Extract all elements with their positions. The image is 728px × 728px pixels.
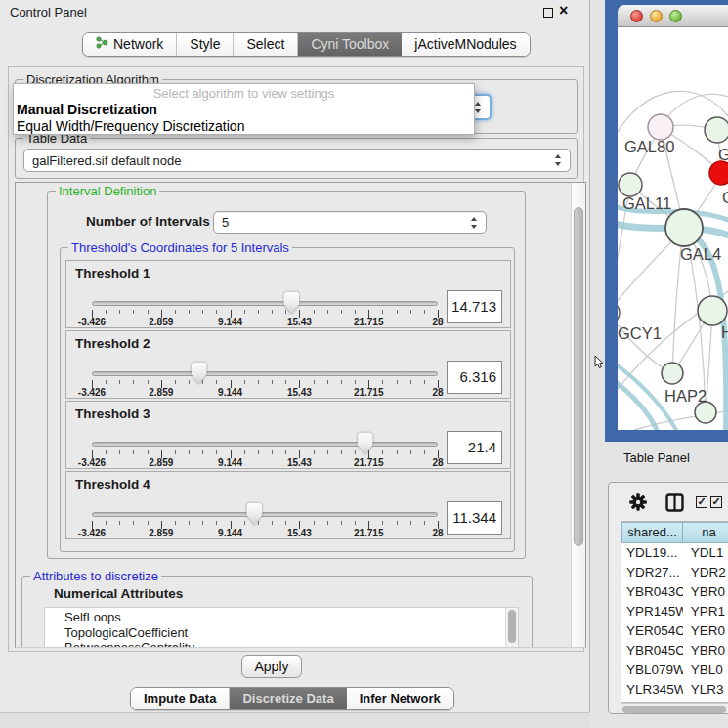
svg-text:GA: GA (718, 146, 728, 163)
attributes-list-scrollbar[interactable] (505, 608, 518, 648)
threshold-1-slider-thumb[interactable] (283, 291, 300, 314)
threshold-2-slider-thumb[interactable] (191, 362, 207, 384)
svg-text:C: C (722, 189, 728, 206)
apply-button[interactable]: Apply (241, 655, 302, 678)
mouse-cursor (594, 356, 605, 369)
tab-jactivemnodules[interactable]: jActiveMNodules (402, 33, 529, 56)
dropdown-prompt: Select algorithm to view settings (14, 85, 474, 102)
table-row[interactable]: YDR27...YDR2 (621, 563, 728, 582)
svg-text:HAP2: HAP2 (664, 387, 707, 405)
table-panel-title: Table Panel (623, 450, 690, 465)
table-row[interactable]: YBL079WYBL0 (621, 661, 728, 680)
numerical-attributes-list[interactable]: SelfLoopsTopologicalCoefficientBetweenne… (44, 607, 519, 648)
table-row[interactable]: YLR345WYLR3 (621, 680, 728, 700)
cyni-mode-tab-bar: Impute Data Discretize Data Infer Networ… (130, 687, 454, 710)
close-icon[interactable]: × (559, 2, 568, 20)
table-row[interactable]: YPR145WYPR1 (621, 602, 728, 621)
network-icon (96, 33, 108, 56)
threshold-1-label: Threshold 1 (75, 266, 150, 280)
network-canvas[interactable]: GAL80 GA C GAL11 GAL4 GCY1 H HAP2 (618, 27, 728, 430)
tab-style[interactable]: Style (177, 33, 234, 56)
svg-text:H: H (721, 323, 728, 341)
svg-text:GCY1: GCY1 (618, 324, 662, 342)
dropdown-option-manual[interactable]: Manual Discretization (14, 102, 474, 118)
table-header-row: shared... na (621, 522, 728, 543)
threshold-4-label: Threshold 4 (75, 477, 150, 492)
node-cut-right-mid[interactable] (698, 296, 727, 325)
node-hap2[interactable] (662, 363, 683, 384)
threshold-2-slider-track[interactable] (92, 371, 438, 376)
tab-cyni-toolbox[interactable]: Cyni Toolbox (298, 33, 402, 56)
dropdown-option-equal-width[interactable]: Equal Width/Frequency Discretization (14, 118, 474, 135)
threshold-3-slider-thumb[interactable] (357, 432, 373, 454)
threshold-2-label: Threshold 2 (75, 336, 150, 351)
threshold-coordinates-label: Threshold's Coordinates for 5 Intervals (68, 240, 292, 255)
table-row[interactable]: YDL19...YDL1 (621, 543, 728, 563)
tab-infer-network[interactable]: Infer Network (347, 688, 453, 709)
close-traffic-light[interactable] (630, 10, 643, 22)
table-horizontal-scrollbar[interactable] (621, 703, 728, 713)
node-gal4[interactable] (665, 209, 703, 246)
table-row[interactable]: YBR043CYBR0 (621, 582, 728, 602)
attributes-group: Attributes to discretize Numerical Attri… (21, 576, 533, 648)
threshold-2-panel: Threshold 2 -3.4262.8599.14415.4321.7152… (65, 330, 511, 399)
tab-select[interactable]: Select (234, 33, 298, 56)
table-row[interactable]: YBR045CYBR0 (621, 641, 728, 661)
select-all-checkbox-icon[interactable]: ✓ (696, 496, 707, 508)
status-strip (0, 712, 590, 728)
svg-text:GAL11: GAL11 (622, 194, 671, 212)
control-panel-window: Control Panel × Network Style Select (0, 0, 590, 728)
network-view-window: GAL80 GA C GAL11 GAL4 GCY1 H HAP2 (605, 0, 728, 442)
threshold-4-value-field[interactable]: 11.344 (447, 501, 502, 535)
threshold-coordinates-group: Threshold's Coordinates for 5 Intervals … (60, 247, 515, 552)
gear-icon[interactable] (629, 493, 647, 515)
number-of-intervals-select[interactable]: 5 (213, 211, 487, 234)
threshold-4-slider-thumb[interactable] (246, 502, 263, 525)
threshold-4-slider-track[interactable] (92, 512, 438, 517)
tab-network[interactable]: Network (83, 33, 177, 56)
threshold-3-value-field[interactable]: 21.4 (447, 431, 502, 464)
number-of-intervals-value: 5 (222, 215, 229, 230)
threshold-2-value-field[interactable]: 6.316 (447, 361, 502, 394)
node-gcy1[interactable] (618, 301, 620, 324)
table-data-group: Table Data galFiltered.sif default node (15, 138, 578, 179)
node-red-selected[interactable] (709, 161, 728, 185)
table-panel: ✓ ✓ shared... na YDL19...YDL1YDR27...YDR… (608, 482, 728, 714)
threshold-3-label: Threshold 3 (75, 407, 150, 421)
float-window-icon[interactable] (543, 8, 553, 18)
show-columns-icon[interactable] (665, 493, 684, 516)
node-attribute-table: shared... na YDL19...YDL1YDR27...YDR2YBR… (621, 521, 728, 703)
interval-definition-label: Interval Definition (56, 184, 159, 198)
select-none-checkbox-icon[interactable]: ✓ (710, 496, 722, 508)
tab-network-label: Network (113, 33, 163, 56)
network-window-titlebar[interactable] (618, 5, 728, 27)
table-rows: YDL19...YDL1YDR27...YDR2YBR043CYBR0YPR14… (621, 543, 728, 703)
tab-impute-data[interactable]: Impute Data (131, 688, 230, 709)
threshold-1-value-field[interactable]: 14.713 (447, 290, 502, 323)
node-cut-bottom[interactable] (695, 402, 716, 423)
column-header-shared-name[interactable]: shared... (621, 522, 683, 543)
attribute-item[interactable]: SelfLoops (64, 610, 518, 625)
combo-arrows-icon (554, 154, 563, 166)
node-gal80[interactable] (648, 114, 673, 140)
tab-discretize-data[interactable]: Discretize Data (230, 688, 346, 709)
svg-text:GAL80: GAL80 (624, 138, 674, 155)
svg-text:GAL4: GAL4 (680, 245, 721, 263)
minimize-traffic-light[interactable] (650, 10, 663, 22)
threshold-3-panel: Threshold 3 -3.4262.8599.14415.4321.7152… (65, 401, 511, 469)
node-gal11[interactable] (619, 173, 642, 196)
column-header-name[interactable]: na (683, 522, 728, 543)
node-cut-right-top[interactable] (705, 117, 728, 143)
settings-scroll-area: Interval Definition Number of Intervals … (15, 182, 586, 648)
attribute-item[interactable]: TopologicalCoefficient (64, 625, 518, 641)
settings-vertical-scrollbar[interactable] (571, 183, 585, 647)
threshold-3-slider-track[interactable] (92, 442, 438, 447)
threshold-1-slider-track[interactable] (92, 301, 438, 306)
zoom-traffic-light[interactable] (669, 10, 682, 22)
table-data-select[interactable]: galFiltered.sif default node (23, 149, 571, 172)
table-row[interactable]: YER054CYER0 (621, 621, 728, 641)
attribute-item[interactable]: BetweennessCentrality (64, 640, 518, 648)
combo-arrows-icon (474, 102, 483, 113)
screenshot-root: Control Panel × Network Style Select (0, 0, 728, 728)
cyni-settings-panel: Discretization Algorithm Select algorith… (8, 66, 584, 652)
